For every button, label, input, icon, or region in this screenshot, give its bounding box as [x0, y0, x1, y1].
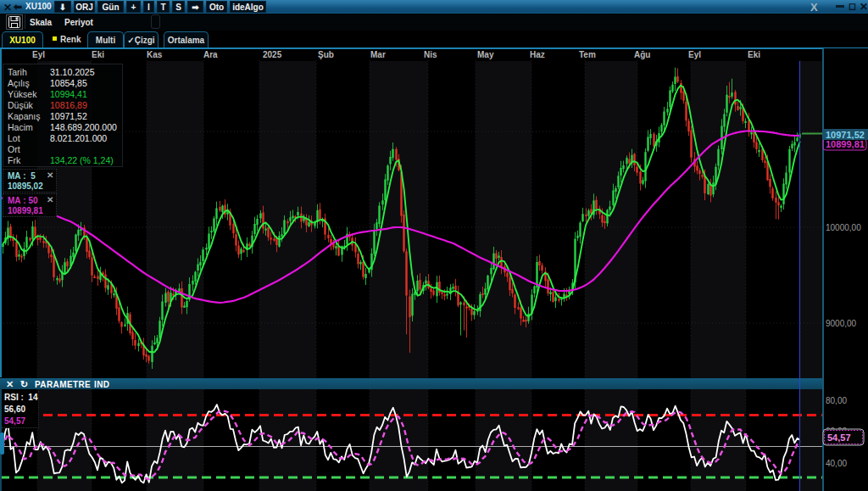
svg-text:10899,81: 10899,81 [826, 139, 865, 149]
svg-text:10000,00: 10000,00 [826, 223, 861, 232]
svg-text:Mar: Mar [370, 50, 386, 59]
svg-text:54,57: 54,57 [827, 432, 851, 443]
svg-text:9000,00: 9000,00 [826, 319, 857, 328]
svg-text:80,00: 80,00 [826, 396, 847, 405]
svg-text:Tem: Tem [579, 50, 596, 59]
svg-text:Eki: Eki [92, 50, 104, 59]
svg-text:Kas: Kas [147, 50, 163, 59]
svg-text:Nis: Nis [424, 50, 437, 59]
svg-text:Ara: Ara [203, 50, 218, 59]
svg-text:Şub: Şub [318, 50, 334, 59]
svg-text:Haz: Haz [530, 50, 545, 59]
svg-text:40,00: 40,00 [826, 459, 847, 468]
svg-text:Eki: Eki [748, 50, 760, 59]
svg-text:Eyl: Eyl [688, 50, 701, 59]
svg-text:2025: 2025 [263, 50, 282, 59]
svg-text:Eyl: Eyl [32, 50, 45, 59]
svg-text:Ağu: Ağu [634, 50, 650, 59]
svg-text:10971,52: 10971,52 [826, 130, 865, 140]
svg-text:May: May [477, 50, 494, 59]
